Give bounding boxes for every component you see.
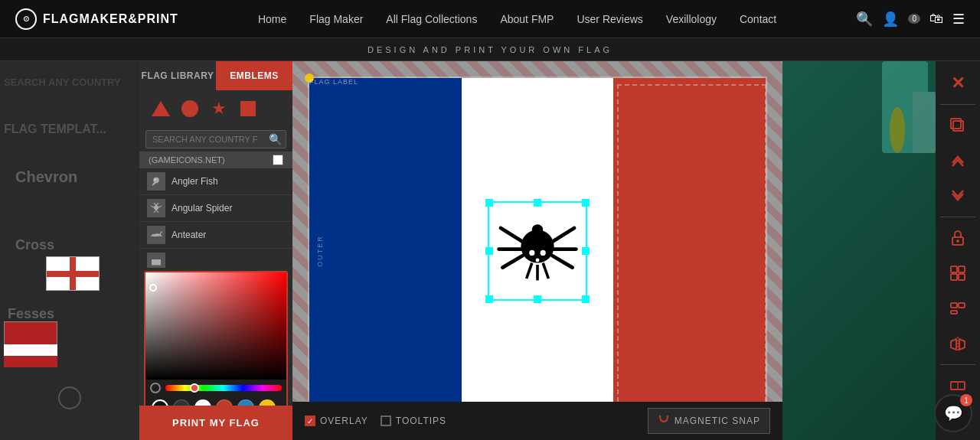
nav-contact[interactable]: Contact (740, 13, 776, 25)
emblem-item-extra[interactable] (139, 249, 292, 268)
overlay-label: OVERLAY (320, 416, 368, 426)
french-flag (309, 78, 766, 423)
emblem-item-angler-fish[interactable]: Angler Fish (139, 168, 292, 195)
hue-slider[interactable] (165, 385, 282, 391)
circle-shape-btn[interactable] (178, 96, 202, 121)
overlay-checkbox: ✓ (305, 416, 315, 426)
nav-vexillology[interactable]: Vexillology (666, 13, 717, 25)
svg-line-3 (154, 203, 156, 205)
color-cursor[interactable] (149, 284, 157, 292)
anteater-icon (147, 226, 165, 244)
nav-home[interactable]: Home (258, 13, 286, 25)
lock-button[interactable] (942, 222, 974, 254)
user-icon[interactable]: 👤 (882, 11, 899, 28)
svg-line-20 (543, 262, 548, 278)
svg-rect-35 (959, 303, 965, 308)
svg-rect-32 (951, 274, 957, 280)
cart-count: 0 (908, 14, 920, 24)
svg-rect-33 (959, 274, 965, 280)
flag-label: FLAG LABEL (309, 78, 358, 86)
menu-icon[interactable]: ☰ (952, 11, 965, 28)
svg-line-6 (158, 206, 162, 207)
emblem-source-checkbox[interactable] (273, 155, 283, 165)
flag-container (308, 77, 767, 425)
move-up-button[interactable] (942, 145, 974, 177)
nav-flag-maker[interactable]: Flag Maker (309, 13, 363, 25)
svg-line-8 (156, 210, 158, 213)
emblem-list: Angler Fish Angular Spider Anteater (139, 168, 292, 268)
move-down-button[interactable] (942, 180, 974, 212)
resize-icon (949, 377, 966, 394)
square-shape-btn[interactable] (236, 96, 260, 121)
close-icon: ✕ (951, 73, 965, 93)
cart-icon[interactable]: 🛍 (929, 11, 943, 27)
header: ⊙ FLAGMAKER&PRINT Home Flag Maker All Fl… (0, 0, 980, 38)
nav-about[interactable]: About FMP (500, 13, 554, 25)
emblem-item-angular-spider[interactable]: Angular Spider (139, 195, 292, 222)
emblem-item-anteater[interactable]: Anteater (139, 222, 292, 249)
star-shape-btn[interactable]: ★ (207, 96, 231, 121)
align-button[interactable] (942, 292, 974, 324)
svg-line-15 (552, 228, 574, 242)
svg-rect-30 (951, 266, 957, 272)
canvas-background: FLAG LABEL OUTER (292, 61, 782, 440)
magnetic-label: MAGNETIC SNAP (675, 416, 760, 426)
toolbar-divider-1 (940, 104, 975, 105)
left-background: SEARCH ANY COUNTRY FLAG TEMPLAT... Chevr… (0, 61, 139, 440)
tab-flag-library[interactable]: FLAG LIBRARY (139, 61, 216, 90)
mirror-button[interactable] (942, 328, 974, 360)
tooltips-label: TOOLTIPS (396, 416, 446, 426)
color-gradient[interactable] (145, 272, 286, 380)
nav-reviews[interactable]: User Reviews (577, 13, 642, 25)
emblem-angular-spider (492, 205, 583, 297)
banner-text: DESIGN AND PRINT YOUR OWN FLAG (368, 45, 612, 54)
search-input[interactable] (146, 131, 264, 148)
svg-rect-27 (951, 119, 961, 129)
group-button[interactable] (942, 257, 974, 289)
print-flag-button[interactable]: PRINT MY FLAG (139, 406, 292, 440)
angler-fish-icon (147, 172, 165, 191)
canvas-area[interactable]: FLAG LABEL OUTER (292, 61, 782, 440)
triangle-shape-btn[interactable] (149, 96, 173, 121)
tab-emblems[interactable]: EMBLEMS (216, 61, 292, 90)
svg-point-2 (154, 205, 158, 210)
svg-rect-31 (959, 266, 965, 272)
move-up-icon (949, 152, 966, 169)
magnetic-snap-toggle[interactable]: MAGNETIC SNAP (648, 408, 770, 434)
emblem-selection-box[interactable] (488, 201, 587, 301)
svg-point-11 (532, 224, 543, 235)
right-toolbar: ✕ (936, 61, 980, 440)
toolbar-divider-2 (940, 217, 975, 217)
angular-spider-icon (147, 199, 165, 217)
flag-stripe-white (462, 78, 614, 423)
chatbot-widget[interactable]: 1 💬 (934, 394, 972, 432)
toolbar-divider-3 (940, 364, 975, 365)
overlay-toggle[interactable]: ✓ OVERLAY (305, 416, 368, 426)
close-tool-button[interactable]: ✕ (942, 67, 974, 99)
angular-spider-label: Angular Spider (172, 203, 232, 213)
angler-fish-label: Angler Fish (172, 176, 218, 187)
svg-rect-34 (951, 303, 957, 308)
search-icon[interactable]: 🔍 (264, 133, 286, 145)
svg-marker-39 (959, 339, 965, 350)
triangle-icon (152, 101, 170, 116)
outer-label: OUTER (316, 235, 324, 267)
nav-collections[interactable]: All Flag Collections (386, 13, 477, 25)
library-tabs: FLAG LIBRARY EMBLEMS (139, 61, 292, 90)
svg-point-23 (536, 258, 540, 262)
dashed-selection-area (617, 84, 766, 417)
duplicate-button[interactable] (942, 109, 974, 142)
circle-icon (181, 100, 198, 117)
tooltips-toggle[interactable]: TOOLTIPS (381, 416, 446, 426)
flag-stripe-blue (309, 78, 462, 423)
svg-point-22 (541, 249, 546, 255)
hue-thumb (190, 383, 199, 393)
svg-line-7 (154, 210, 156, 213)
svg-line-14 (502, 256, 522, 268)
spider-svg (492, 205, 583, 297)
hue-circle (150, 383, 161, 393)
search-icon[interactable]: 🔍 (856, 11, 873, 28)
hue-row (145, 380, 286, 396)
logo[interactable]: ⊙ FLAGMAKER&PRINT (0, 8, 194, 30)
svg-point-0 (153, 178, 159, 184)
